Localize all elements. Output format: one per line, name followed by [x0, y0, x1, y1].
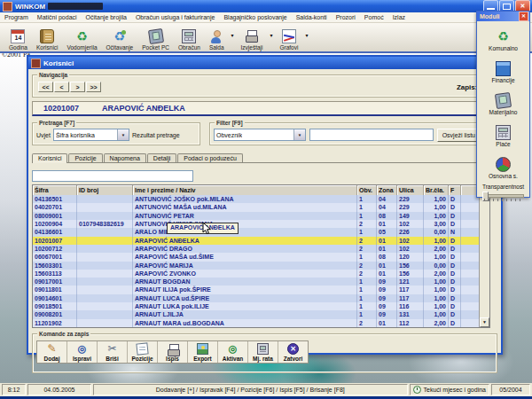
table-row[interactable]: 10201007ARAPOVIĆ ANĐELKA2011021,00D: [33, 237, 479, 245]
toolbar-dropdown-arrow-icon[interactable]: ▾: [305, 32, 308, 38]
module-financije[interactable]: Financije: [477, 53, 529, 85]
command-button-aktivan[interactable]: Aktivan: [218, 341, 248, 363]
toolbar-button-grafovi[interactable]: Grafovi: [276, 28, 301, 51]
toolbar-button-vodomjerila[interactable]: Vodomjerila: [64, 28, 101, 51]
command-button-ispis[interactable]: Ispis: [158, 341, 188, 363]
toolbar-dropdown-arrow-icon[interactable]: ▾: [231, 32, 234, 38]
nav-prev-button[interactable]: <: [54, 82, 69, 92]
table-cell: D: [449, 253, 461, 261]
toolbar-button-o-itavanje[interactable]: Očitavanje: [103, 28, 137, 51]
filter-input[interactable]: [309, 129, 434, 141]
toolbar-button-godina[interactable]: Godina: [5, 28, 31, 51]
toolbar-button-korisnici[interactable]: Korisnici: [33, 28, 62, 51]
table-cell: 06067001: [33, 253, 77, 261]
column-header-br-la[interactable]: Br.čla.: [424, 185, 449, 195]
table-cell: 0107948382619: [77, 220, 133, 228]
moduli-titlebar[interactable]: Moduli: [477, 12, 529, 21]
table-cell: [77, 203, 133, 211]
toolbar-button-label: Pocket PC: [142, 44, 169, 51]
menu-item-o-itanje-brojila[interactable]: Očitanje brojila: [82, 14, 131, 20]
table-row[interactable]: 09008201ARNAUT LJILJA1091311,00D: [33, 310, 479, 318]
menu-item-pomo[interactable]: Pomoć: [360, 14, 388, 20]
nav-first-button[interactable]: <<: [38, 82, 53, 92]
korisnici-window-icon: [31, 59, 41, 68]
table-row[interactable]: 11201902ARNAUT MARA ud.BOGDANA2011122,00…: [33, 319, 479, 327]
table-scrollbar[interactable]: ▲ ▼: [479, 185, 489, 327]
command-button-mj-rata[interactable]: Mj. rata: [248, 341, 278, 363]
column-header-ime-i-prezime-naziv[interactable]: Ime i prezime / Naziv: [133, 185, 357, 195]
column-header-ulica[interactable]: Ulica: [397, 185, 424, 195]
quick-search-input[interactable]: [32, 170, 193, 182]
module-osnovna-s[interactable]: Osnovna s.: [477, 149, 529, 181]
table-row[interactable]: 15603301ARAPOVIĆ MARIJA2011560,00D: [33, 262, 479, 270]
tab-korisnici[interactable]: Korisnici: [32, 153, 67, 163]
table-row[interactable]: 15603113ARAPOVIĆ ZVONKO2011562,00D: [33, 270, 479, 278]
toolbar-dropdown-arrow-icon[interactable]: ▾: [270, 32, 272, 38]
column-header-ifra[interactable]: Šifra: [33, 185, 77, 195]
korisnici-titlebar[interactable]: Korisnici: [28, 57, 501, 69]
module-komunalno[interactable]: Komunalno: [477, 21, 529, 53]
table-row[interactable]: 09014601ARNAUT LUCA ud.ŠPIRE1091171,00D: [33, 294, 479, 302]
column-header-obv[interactable]: Obv.: [357, 185, 377, 195]
status-date: 04.05.2005: [27, 384, 91, 395]
command-button-label: Zatvori: [284, 356, 303, 362]
command-button-dodaj[interactable]: Dodaj: [37, 341, 67, 363]
module-materijalno[interactable]: Materijalno: [477, 85, 529, 117]
filter-field-select[interactable]: Obveznik ▼: [214, 129, 306, 141]
tab-napomena[interactable]: Napomena: [104, 153, 146, 162]
menu-item-prozori[interactable]: Prozori: [332, 14, 360, 20]
menu-item-salda-konti[interactable]: Salda-konti: [292, 14, 332, 20]
toolbar-button-salda[interactable]: Salda: [206, 28, 228, 51]
menu-item-blagajni-ko-poslovanje[interactable]: Blagajničko poslovanje: [219, 14, 291, 20]
toolbar-button-pocket-pc[interactable]: Pocket PC: [138, 28, 173, 51]
command-button-export[interactable]: Export: [188, 341, 218, 363]
table-row[interactable]: 102009040107948382619ANTUNOVIĆ VINKO IVA…: [33, 220, 479, 228]
table-row[interactable]: 09011801ARNAUT ILIJA pok.ŠPIRE1091171,00…: [33, 286, 479, 293]
column-header-zona[interactable]: Zona: [377, 185, 397, 195]
search-condition-select[interactable]: Šifra korisnika ▼: [53, 129, 129, 141]
command-button-pozicije[interactable]: Pozicije: [128, 341, 158, 363]
chevron-down-icon[interactable]: ▼: [117, 129, 129, 140]
table-row[interactable]: 09017001ARNAUT BOGDAN1091211,00D: [33, 278, 479, 286]
table-row[interactable]: 04136501ANTUNOVIĆ JOŠKO pok.MILANA104229…: [33, 195, 479, 203]
table-cell-filler: [461, 228, 479, 236]
nav-last-button[interactable]: >>: [86, 82, 101, 92]
command-button-zatvori[interactable]: Zatvori: [278, 341, 308, 363]
column-header-id-broj[interactable]: ID broj: [77, 185, 133, 195]
tab-detalji[interactable]: Detalji: [147, 153, 176, 162]
transparency-slider[interactable]: [482, 192, 524, 201]
close-icon[interactable]: [519, 12, 528, 21]
table-cell: [77, 212, 133, 220]
menu-item-izlaz[interactable]: Izlaz: [388, 14, 410, 20]
table-row[interactable]: 10200712ARAPOVIĆ DRAGO2011022,00D: [33, 245, 479, 253]
table-row[interactable]: 08009001ANTUNOVIĆ PETAR1081491,00D: [33, 212, 479, 220]
toolbar-button-izvje-taji[interactable]: Izvještaji: [238, 28, 267, 51]
chevron-down-icon[interactable]: ▼: [293, 129, 305, 140]
toolbar-button-obra-un[interactable]: Obračun: [175, 28, 204, 51]
table-cell: 2,00: [424, 270, 449, 278]
refresh-list-button[interactable]: Osvježi listu: [437, 129, 481, 142]
table-row[interactable]: 04020701ANTUNOVIĆ MAŠA ud.MILANA1042291,…: [33, 203, 479, 211]
mouse-cursor: [202, 222, 212, 239]
tab-podaci-o-poduze-u[interactable]: Podaci o poduzeću: [177, 153, 243, 162]
nav-next-button[interactable]: >: [70, 82, 85, 92]
table-row[interactable]: 04136601ARALO MILE1052260,00N: [33, 228, 479, 236]
korisnici-body: Navigacija <<<>>> Zapis: 51 / 10201007 A…: [28, 69, 501, 352]
command-button-bri-i[interactable]: Briši: [98, 341, 128, 363]
tab-pozicije[interactable]: Pozicije: [68, 153, 102, 162]
scroll-down-icon[interactable]: ▼: [480, 317, 489, 327]
table-cell: D: [449, 278, 461, 286]
menu-item-program[interactable]: Program: [0, 14, 33, 20]
table-cell-filler: [461, 294, 479, 302]
table-cell: 04: [377, 203, 397, 211]
table-row[interactable]: 09018501ARNAUT LUKA pok.ILIJE1091161,00D: [33, 302, 479, 310]
menu-item-mati-ni-podaci[interactable]: Matični podaci: [33, 14, 82, 20]
table-cell: 04136501: [33, 195, 77, 203]
column-header-f[interactable]: F: [449, 185, 461, 195]
menu-item-obra-un-usluga-i-fakturiranje[interactable]: Obračun usluga i fakturiranje: [131, 14, 220, 20]
command-button-ispravi[interactable]: Ispravi: [67, 341, 98, 363]
table-row[interactable]: 06067001ARAPOVIĆ MAŠA ud.ŠIME1081201,00D: [33, 253, 479, 261]
slider-thumb[interactable]: [482, 192, 489, 201]
module-pla-e[interactable]: Plaće: [477, 117, 529, 149]
table-cell: 102: [397, 245, 424, 253]
